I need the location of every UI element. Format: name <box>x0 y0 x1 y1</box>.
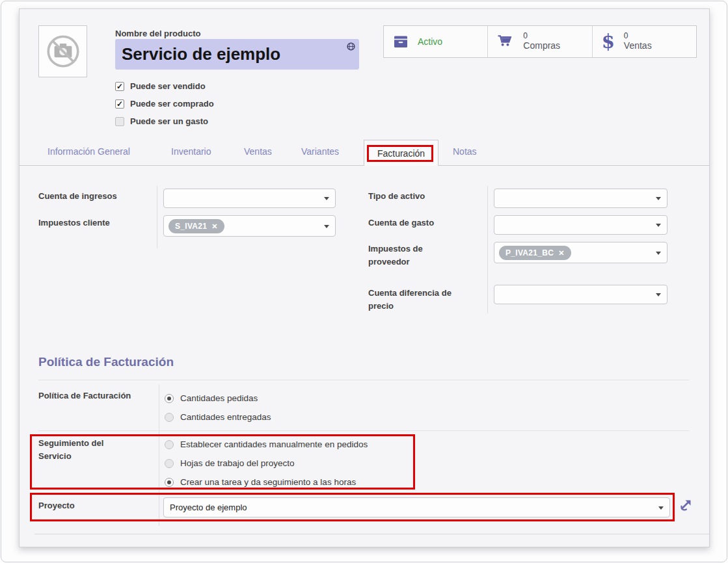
right-group-divider <box>487 186 488 313</box>
dollar-icon: $ <box>602 32 615 51</box>
radio-label: Cantidades pedidas <box>180 393 258 403</box>
checkbox-unchecked-icon[interactable] <box>115 117 124 126</box>
product-form-sheet: Nombre del producto Servicio de ejemplo … <box>19 8 710 547</box>
expense-account-label: Cuenta de gasto <box>368 216 434 229</box>
annotation-box-project <box>30 493 675 521</box>
tax-tag: S_IVA21 ✕ <box>169 219 224 233</box>
translate-globe-icon[interactable] <box>347 42 355 51</box>
shopping-cart-icon <box>497 34 514 49</box>
invoicing-policy-label: Política de Facturación <box>38 389 136 402</box>
row-separator <box>38 430 690 431</box>
sales-stat-label: Ventas <box>624 40 652 51</box>
chevron-down-icon <box>324 225 329 228</box>
tab-informacion-general[interactable]: Información General <box>47 146 130 157</box>
product-image-placeholder[interactable] <box>38 25 87 77</box>
income-account-label: Cuenta de ingresos <box>38 190 117 203</box>
remove-tag-icon[interactable]: ✕ <box>558 249 565 257</box>
radio-delivered-quantities[interactable]: Cantidades entregadas <box>165 412 271 422</box>
option-label: Puede ser vendido <box>130 80 206 93</box>
purchases-stat-button[interactable]: 0 Compras <box>487 26 591 57</box>
customer-taxes-select[interactable]: S_IVA21 ✕ <box>163 215 336 237</box>
option-label: Puede ser comprado <box>130 98 214 111</box>
radio-label: Cantidades entregadas <box>180 412 271 422</box>
expense-account-select[interactable] <box>494 215 667 235</box>
tab-notas[interactable]: Notas <box>453 146 477 157</box>
product-name-label: Nombre del producto <box>115 27 200 40</box>
annotation-box-service-tracking <box>30 434 415 490</box>
archive-box-icon <box>393 34 409 49</box>
tax-tag-label: S_IVA21 <box>175 222 207 231</box>
sales-count: 0 <box>624 32 652 40</box>
tab-variantes[interactable]: Variantes <box>301 146 339 157</box>
annotation-box-facturacion-tab <box>367 145 433 162</box>
section-title-invoicing-policy: Política de Facturación <box>38 355 174 369</box>
option-can-be-expensed[interactable]: Puede ser un gasto <box>115 115 208 128</box>
tab-inventario[interactable]: Inventario <box>171 146 211 157</box>
sales-stat-button[interactable]: $ 0 Ventas <box>592 26 696 57</box>
vendor-taxes-label: Impuestos de proveedor <box>368 242 450 268</box>
option-can-be-sold[interactable]: ✓ Puede ser vendido <box>115 80 206 93</box>
chevron-down-icon <box>656 252 661 255</box>
price-difference-account-select[interactable] <box>494 285 667 304</box>
product-name-value: Servicio de ejemplo <box>122 44 280 64</box>
active-stat-label: Activo <box>418 36 442 47</box>
income-account-select[interactable] <box>163 189 336 208</box>
open-record-external-link-icon[interactable] <box>678 499 692 513</box>
option-can-be-purchased[interactable]: ✓ Puede ser comprado <box>115 98 214 111</box>
customer-taxes-label: Impuestos cliente <box>38 216 110 229</box>
no-camera-icon <box>43 31 83 72</box>
asset-type-label: Tipo de activo <box>368 190 425 203</box>
product-name-input[interactable]: Servicio de ejemplo <box>115 39 359 70</box>
chevron-down-icon <box>324 197 329 200</box>
chevron-down-icon <box>656 293 661 296</box>
remove-tag-icon[interactable]: ✕ <box>211 222 218 231</box>
radio-unselected-icon[interactable] <box>165 413 174 422</box>
row-separator <box>34 534 709 534</box>
radio-ordered-quantities[interactable]: Cantidades pedidas <box>165 393 258 403</box>
asset-type-select[interactable] <box>494 189 667 208</box>
vendor-taxes-select[interactable]: P_IVA21_BC ✕ <box>494 242 667 263</box>
radio-selected-icon[interactable] <box>165 394 174 403</box>
purchases-count: 0 <box>523 32 560 40</box>
option-label: Puede ser un gasto <box>130 115 208 128</box>
chevron-down-icon <box>656 197 661 200</box>
price-difference-account-label: Cuenta diferencia de precio <box>368 287 479 313</box>
stat-button-group: Activo 0 Compras $ 0 Ventas <box>383 25 697 58</box>
active-stat-button[interactable]: Activo <box>384 26 487 57</box>
checkbox-checked-icon[interactable]: ✓ <box>115 99 124 109</box>
tax-tag: P_IVA21_BC ✕ <box>499 246 571 260</box>
chevron-down-icon <box>656 224 661 227</box>
tax-tag-label: P_IVA21_BC <box>506 248 554 257</box>
row-separator <box>38 380 690 380</box>
left-group-divider <box>157 186 157 248</box>
purchases-stat-label: Compras <box>523 40 560 51</box>
tab-ventas[interactable]: Ventas <box>244 146 272 157</box>
checkbox-checked-icon[interactable]: ✓ <box>115 82 124 91</box>
